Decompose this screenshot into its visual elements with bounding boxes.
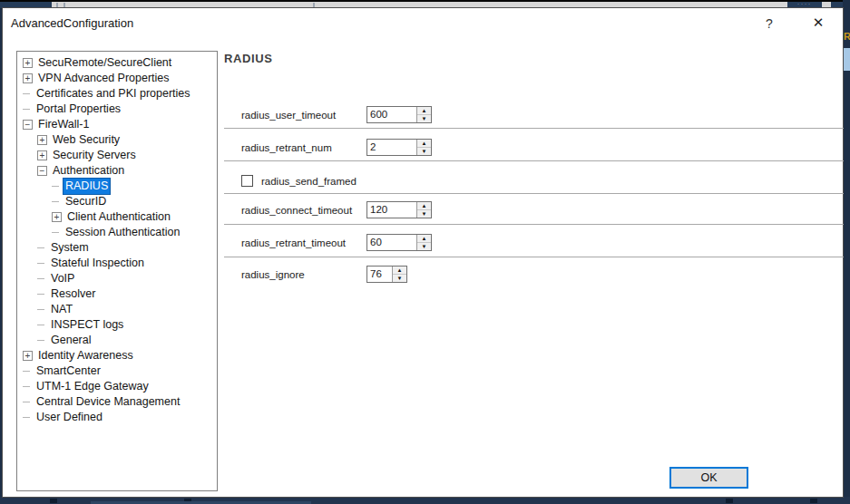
tree-item-central-device-management[interactable]: Central Device Management [17, 394, 217, 410]
collapse-minus-icon[interactable]: − [37, 166, 47, 176]
expand-plus-icon[interactable]: + [52, 212, 62, 222]
tree-connector [23, 402, 30, 402]
tree-item-label: Portal Properties [34, 102, 122, 117]
field-value[interactable]: 120 [367, 202, 416, 218]
form-row-radius_send_framed: radius_send_framed [241, 172, 357, 189]
radius_send_framed-checkbox[interactable] [241, 175, 253, 187]
tree-item-authentication[interactable]: −Authentication [17, 163, 217, 179]
background-letter: R [844, 31, 850, 42]
background-highlight-block [843, 48, 850, 71]
background-mark [50, 499, 57, 503]
tree-item-nat[interactable]: NAT [17, 302, 217, 317]
expand-plus-icon[interactable]: + [37, 150, 47, 160]
row-separator [224, 257, 844, 257]
tree-item-resolver[interactable]: Resolver [17, 286, 217, 302]
radius_retrant_timeout-input[interactable]: 60▲▼ [366, 234, 432, 251]
tree-item-web-security[interactable]: +Web Security [17, 132, 217, 148]
tree-item-label: Resolver [49, 286, 97, 302]
tree-connector [37, 294, 44, 295]
tree-connector [37, 325, 44, 325]
tree-item-utm-1-edge-gateway[interactable]: UTM-1 Edge Gateway [17, 379, 217, 394]
spin-up-icon[interactable]: ▲ [417, 140, 431, 148]
tree-item-certificates-and-pki-properties[interactable]: Certificates and PKI properties [17, 86, 217, 102]
field-value[interactable]: 76 [367, 267, 392, 282]
tree-item-label: UTM-1 Edge Gateway [34, 379, 151, 394]
tree-connector [37, 247, 44, 248]
spin-down-icon[interactable]: ▼ [417, 148, 431, 155]
tree-item-firewall-1[interactable]: −FireWall-1 [17, 117, 217, 132]
spinner-buttons: ▲▼ [416, 107, 431, 122]
spin-down-icon[interactable]: ▼ [417, 210, 431, 218]
tree-item-securid[interactable]: SecurID [17, 194, 217, 209]
tree-item-inspect-logs[interactable]: INSPECT logs [17, 317, 217, 333]
field-label: radius_user_timeout [241, 110, 366, 121]
screen: ···· R AdvancedConfiguration ? ✕ +SecuRe… [0, 0, 850, 504]
tree-item-label: Security Servers [51, 148, 138, 163]
tree-item-label: FireWall-1 [36, 117, 91, 132]
tree-connector [37, 263, 44, 264]
radius_ignore-input[interactable]: 76▲▼ [366, 266, 407, 283]
tree-item-label: INSPECT logs [49, 317, 125, 333]
field-label: radius_retrant_timeout [241, 237, 366, 248]
spin-up-icon[interactable]: ▲ [417, 202, 431, 210]
tree-item-vpn-advanced-properties[interactable]: +VPN Advanced Properties [17, 71, 217, 86]
collapse-minus-icon[interactable]: − [23, 120, 33, 130]
row-separator [224, 193, 844, 194]
expand-plus-icon[interactable]: + [23, 351, 33, 361]
tree-item-label: Client Authentication [65, 209, 172, 225]
expand-plus-icon[interactable]: + [23, 58, 33, 68]
tree-item-securemote-secureclient[interactable]: +SecuRemote/SecureClient [17, 55, 217, 71]
tree-connector [52, 201, 59, 202]
tree-item-radius[interactable]: RADIUS [17, 179, 217, 194]
tree-item-label: Session Authentication [64, 225, 181, 240]
tree-connector [23, 386, 30, 387]
tree-connector [23, 371, 30, 372]
tree-item-identity-awareness[interactable]: +Identity Awareness [17, 348, 217, 363]
field-label: radius_connect_timeout [241, 205, 366, 216]
tree-item-system[interactable]: System [17, 240, 217, 256]
tree-item-session-authentication[interactable]: Session Authentication [17, 225, 217, 240]
tree-item-smartcenter[interactable]: SmartCenter [17, 363, 217, 379]
spin-up-icon[interactable]: ▲ [417, 235, 431, 243]
help-icon[interactable]: ? [761, 15, 777, 33]
tree-item-label: Web Security [51, 132, 122, 148]
tree-item-label: VPN Advanced Properties [36, 71, 171, 86]
spin-down-icon[interactable]: ▼ [417, 115, 431, 122]
spin-down-icon[interactable]: ▼ [417, 243, 431, 250]
close-icon[interactable]: ✕ [808, 13, 828, 33]
spinner-buttons: ▲▼ [416, 235, 431, 250]
tree-item-portal-properties[interactable]: Portal Properties [17, 102, 217, 117]
tree-connector [23, 93, 30, 94]
tree-item-voip[interactable]: VoIP [17, 271, 217, 286]
field-value[interactable]: 60 [367, 235, 416, 250]
tree-item-stateful-inspection[interactable]: Stateful Inspection [17, 256, 217, 271]
spinner-buttons: ▲▼ [416, 140, 431, 155]
tree-item-user-defined[interactable]: User Defined [17, 410, 217, 425]
radius_user_timeout-input[interactable]: 600▲▼ [366, 106, 432, 123]
tree-connector [23, 417, 30, 418]
page-title: RADIUS [224, 52, 272, 65]
radius_connect_timeout-input[interactable]: 120▲▼ [366, 201, 432, 218]
field-value[interactable]: 600 [367, 107, 416, 122]
spin-up-icon[interactable]: ▲ [417, 107, 431, 115]
tree-item-label: VoIP [49, 271, 76, 286]
field-value[interactable]: 2 [367, 140, 416, 155]
tree-item-client-authentication[interactable]: +Client Authentication [17, 209, 217, 225]
expand-plus-icon[interactable]: + [23, 73, 33, 83]
spin-up-icon[interactable]: ▲ [393, 267, 406, 275]
spinner-buttons: ▲▼ [392, 267, 406, 282]
tree-connector [37, 340, 44, 341]
background-app-bottom-strip [0, 497, 850, 504]
form-row-radius_retrant_num: radius_retrant_num2▲▼ [241, 139, 432, 156]
tree-item-security-servers[interactable]: +Security Servers [17, 148, 217, 163]
tree-item-label: Stateful Inspection [49, 256, 146, 271]
tree-item-label: Central Device Management [34, 394, 181, 410]
field-label: radius_retrant_num [241, 142, 366, 153]
spin-down-icon[interactable]: ▼ [393, 275, 406, 282]
tree-item-label: SecurID [64, 194, 108, 209]
expand-plus-icon[interactable]: + [37, 135, 47, 145]
ok-button[interactable]: OK [669, 467, 748, 489]
radius_retrant_num-input[interactable]: 2▲▼ [366, 139, 432, 156]
tree-item-label: SmartCenter [34, 363, 103, 379]
tree-item-general[interactable]: General [17, 333, 217, 348]
